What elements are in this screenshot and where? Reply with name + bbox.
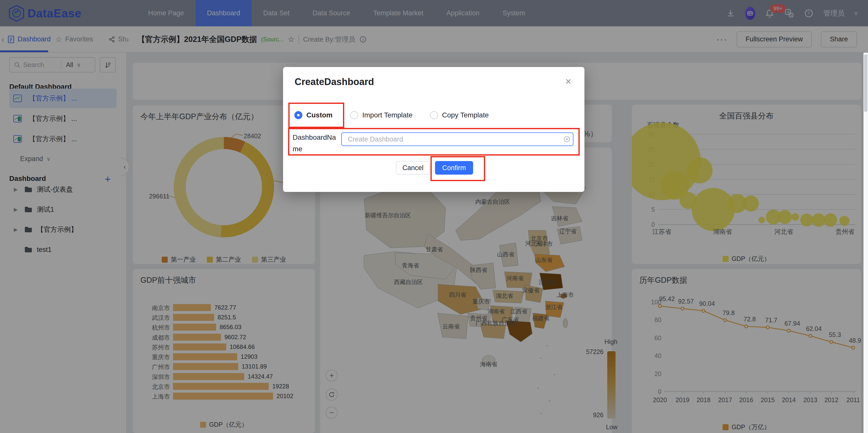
cancel-button[interactable]: Cancel <box>396 161 430 175</box>
page-scrollbar[interactable] <box>864 53 868 433</box>
dialog-close-icon[interactable]: × <box>565 76 571 88</box>
modal-overlay[interactable] <box>0 0 868 433</box>
radio-copy-template[interactable]: Copy Template <box>430 111 489 119</box>
radio-import-control[interactable] <box>350 111 358 119</box>
dialog-title: CreateDashboard <box>294 77 374 87</box>
radio-copy-control[interactable] <box>430 111 438 119</box>
scrollbar-thumb[interactable] <box>864 54 868 112</box>
annotation-box-custom <box>288 103 344 128</box>
annotation-box-confirm <box>431 156 485 181</box>
radio-copy-label: Copy Template <box>442 111 489 119</box>
radio-import-template[interactable]: Import Template <box>350 111 412 119</box>
radio-import-label: Import Template <box>362 111 412 119</box>
annotation-box-dashboard-name <box>288 128 580 155</box>
